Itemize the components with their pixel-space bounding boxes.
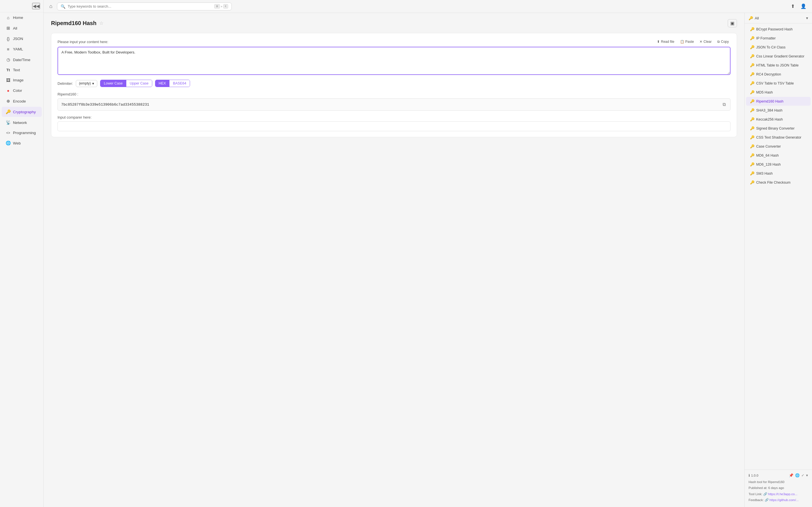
comparer-input[interactable] [57, 121, 730, 131]
rp-css-gradient-icon: 🔑 [750, 54, 754, 58]
rp-item-label: Check File Checksum [756, 180, 791, 184]
rp-item-label: SHA3_384 Hash [756, 108, 782, 112]
globe-button[interactable]: 🌐 [795, 473, 800, 477]
topbar-home-button[interactable]: ⌂ [48, 2, 54, 10]
user-button[interactable]: 👤 [799, 2, 808, 10]
input-textarea[interactable]: A Free, Modern Toolbox, Built for Develo… [57, 47, 730, 75]
copy-icon: ⧉ [717, 40, 720, 44]
rp-item-label: Keccak256 Hash [756, 117, 783, 121]
rp-item-css-shadow[interactable]: 🔑 CSS Text Shadow Generator [746, 133, 811, 142]
rp-item-signed-binary[interactable]: 🔑 Signed Binary Converter [746, 124, 811, 133]
delimiter-value: (empty) [79, 81, 91, 86]
all-icon: ⊞ [6, 25, 11, 31]
sidebar-item-label: Image [13, 78, 24, 82]
tool-link[interactable]: https://t.he3app.co... [768, 492, 797, 496]
page-title: Ripemd160 Hash [51, 20, 96, 26]
rp-item-case-converter[interactable]: 🔑 Case Converter [746, 142, 811, 151]
rp-item-keccak256[interactable]: 🔑 Keccak256 Hash [746, 115, 811, 124]
sidebar-item-all[interactable]: ⊞ All [2, 23, 42, 33]
rp-item-label: IP Formatter [756, 36, 776, 40]
sidebar-item-home[interactable]: ⌂ Home [2, 13, 42, 22]
rp-item-json-csharp[interactable]: 🔑 JSON To C# Class [746, 43, 811, 52]
favorite-star-icon[interactable]: ☆ [99, 20, 103, 26]
pin-button[interactable]: 📌 [789, 473, 794, 477]
rp-item-rc4[interactable]: 🔑 RC4 Decryption [746, 70, 811, 78]
rp-json-csharp-icon: 🔑 [750, 45, 754, 49]
sidebar-item-color[interactable]: ● Color [2, 86, 42, 96]
json-icon: {} [6, 36, 11, 41]
right-panel-chevron[interactable]: ▾ [806, 16, 808, 20]
lower-case-button[interactable]: Lower Case [100, 80, 126, 87]
rp-item-label: Ripemd160 Hash [756, 100, 783, 103]
rp-item-label: BCrypt Password Hash [756, 27, 793, 31]
paste-icon: 📋 [680, 40, 684, 44]
hex-button[interactable]: HEX [155, 80, 170, 87]
image-icon: 🖼 [6, 78, 11, 82]
sidebar-item-programming[interactable]: <> Programming [2, 128, 42, 137]
main-area: ⌂ 🔍 ⌘ + K ⬆ 👤 Ripemd160 Hash ☆ ▣ [44, 0, 812, 507]
search-bar[interactable]: 🔍 ⌘ + K [57, 3, 232, 10]
rp-item-ripemd160[interactable]: 🔑 Ripemd160 Hash [746, 97, 811, 106]
sidebar-item-json[interactable]: {} JSON [2, 34, 42, 44]
tool-link-icon: 🔗 [763, 492, 768, 496]
rp-item-label: RC4 Decryption [756, 72, 781, 76]
read-file-button[interactable]: ⬆ Read file [655, 39, 676, 45]
rp-item-md6-64[interactable]: 🔑 MD6_64 Hash [746, 151, 811, 160]
copy-result-button[interactable]: ⧉ [721, 101, 727, 108]
panel-toggle-button[interactable]: ▣ [728, 19, 737, 27]
rp-md6-64-icon: 🔑 [750, 153, 754, 158]
delimiter-label: Delimiter: [57, 81, 73, 86]
check-button[interactable]: ✓ [801, 473, 804, 477]
rp-item-check-file[interactable]: 🔑 Check File Checksum [746, 178, 811, 187]
rp-item-csv-tsv[interactable]: 🔑 CSV Table to TSV Table [746, 79, 811, 88]
cryptography-icon: 🔑 [6, 109, 11, 114]
tool-content: Ripemd160 Hash ☆ ▣ Please input your con… [44, 13, 744, 507]
search-input[interactable] [68, 4, 212, 8]
rp-item-md5[interactable]: 🔑 MD5 Hash [746, 88, 811, 97]
rp-ripemd160-icon: 🔑 [750, 99, 754, 103]
rp-item-ip[interactable]: 🔑 IP Formatter [746, 34, 811, 43]
clear-button[interactable]: ✕ Clear [698, 39, 713, 45]
all-filter: 🔑 All [749, 16, 759, 20]
upper-case-button[interactable]: Upper Case [126, 80, 152, 87]
sidebar-item-encode[interactable]: ⊕ Encode [2, 96, 42, 106]
programming-icon: <> [6, 131, 11, 135]
expand-button[interactable]: ▾ [806, 473, 808, 477]
rp-item-sha3[interactable]: 🔑 SHA3_384 Hash [746, 106, 811, 115]
sidebar-item-label: Web [13, 141, 21, 145]
sidebar-item-label: Cryptography [13, 110, 36, 114]
rp-item-bcrypt[interactable]: 🔑 BCrypt Password Hash [746, 25, 811, 34]
rp-item-label: MD5 Hash [756, 91, 773, 94]
rp-item-html-json[interactable]: 🔑 HTML Table to JSON Table [746, 61, 811, 69]
delimiter-select[interactable]: (empty) ▾ [76, 80, 97, 87]
collapse-sidebar-button[interactable]: ◀◀ [32, 3, 40, 9]
paste-button[interactable]: 📋 Paste [678, 39, 696, 45]
rp-md6-128-icon: 🔑 [750, 162, 754, 166]
rp-item-md6-128[interactable]: 🔑 MD6_128 Hash [746, 160, 811, 169]
sidebar-item-yaml[interactable]: ≡ YAML [2, 44, 42, 54]
sidebar-item-web[interactable]: 🌐 Web [2, 138, 42, 148]
sidebar-item-label: Encode [13, 99, 26, 103]
home-icon: ⌂ [6, 15, 11, 20]
topbar: ⌂ 🔍 ⌘ + K ⬆ 👤 [44, 0, 812, 13]
rp-item-sm3[interactable]: 🔑 SM3 Hash [746, 169, 811, 178]
sidebar-item-text[interactable]: Tt Text [2, 65, 42, 75]
copy-button[interactable]: ⧉ Copy [716, 39, 730, 45]
feedback-link[interactable]: https://github.com/... [769, 498, 799, 502]
sidebar-item-image[interactable]: 🖼 Image [2, 75, 42, 85]
sidebar-item-network[interactable]: 📡 Network [2, 117, 42, 128]
network-icon: 📡 [6, 120, 11, 125]
sidebar-item-cryptography[interactable]: 🔑 Cryptography [2, 107, 42, 117]
topbar-actions: ⬆ 👤 [789, 2, 808, 10]
rp-item-label: JSON To C# Class [756, 45, 785, 49]
all-filter-icon: 🔑 [749, 16, 753, 20]
share-button[interactable]: ⬆ [789, 2, 797, 10]
cmd-key: ⌘ [214, 4, 220, 8]
rp-css-shadow-icon: 🔑 [750, 135, 754, 139]
description-row: Hash tool for Ripemd160 [749, 480, 808, 485]
sidebar-item-label: Programming [13, 131, 36, 135]
sidebar-item-datetime[interactable]: ◷ Date/Time [2, 55, 42, 65]
base64-button[interactable]: BASE64 [169, 80, 190, 87]
rp-item-css-gradient[interactable]: 🔑 Css Linear Gradient Generator [746, 52, 811, 61]
result-label: Ripemd160 : [57, 92, 730, 96]
